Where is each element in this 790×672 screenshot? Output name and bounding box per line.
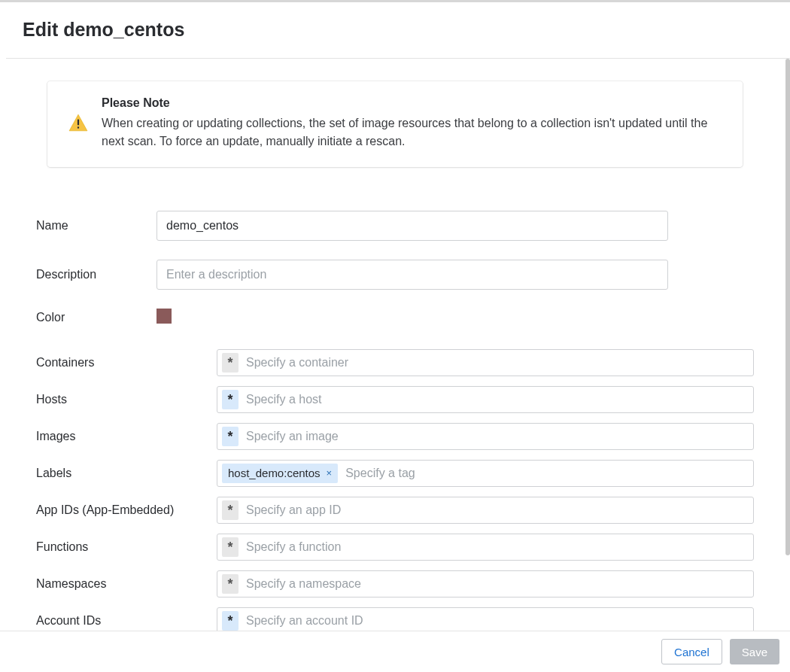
- scrollbar-thumb[interactable]: [785, 59, 790, 555]
- functions-placeholder: Specify a function: [245, 540, 341, 554]
- row-namespaces: Namespaces*Specify a namespace: [36, 570, 754, 598]
- remove-tag-icon[interactable]: ×: [325, 464, 333, 483]
- save-button[interactable]: Save: [730, 639, 779, 664]
- account_ids-wildcard-chip[interactable]: *: [222, 611, 239, 631]
- containers-input[interactable]: *Specify a container: [217, 349, 754, 376]
- containers-wildcard-chip[interactable]: *: [222, 353, 239, 372]
- images-placeholder: Specify an image: [245, 430, 339, 443]
- tag-rows: Containers*Specify a containerHosts*Spec…: [36, 349, 754, 631]
- color-swatch[interactable]: [156, 309, 172, 324]
- footer: Cancel Save: [0, 631, 790, 672]
- svg-rect-2: [77, 126, 79, 128]
- containers-placeholder: Specify a container: [245, 356, 348, 369]
- functions-input[interactable]: *Specify a function: [217, 534, 754, 561]
- namespaces-wildcard-chip[interactable]: *: [222, 574, 239, 594]
- hosts-input[interactable]: *Specify a host: [217, 386, 754, 413]
- description-input[interactable]: [156, 260, 668, 290]
- row-images: Images*Specify an image: [36, 423, 754, 450]
- label-color: Color: [36, 311, 156, 324]
- name-input[interactable]: [156, 211, 668, 241]
- info-note-card: Please Note When creating or updating co…: [47, 81, 743, 167]
- label-labels: Labels: [36, 467, 217, 480]
- account_ids-placeholder: Specify an account ID: [245, 614, 363, 628]
- namespaces-input[interactable]: *Specify a namespace: [217, 570, 754, 598]
- cancel-button[interactable]: Cancel: [661, 639, 722, 664]
- account_ids-input[interactable]: *Specify an account ID: [217, 607, 754, 631]
- note-body: When creating or updating collections, t…: [102, 114, 722, 151]
- images-input[interactable]: *Specify an image: [217, 423, 754, 450]
- row-containers: Containers*Specify a container: [36, 349, 754, 376]
- labels-tag-chip[interactable]: host_demo:centos×: [222, 464, 338, 483]
- functions-wildcard-chip[interactable]: *: [222, 537, 239, 557]
- row-app_ids: App IDs (App-Embedded)*Specify an app ID: [36, 497, 754, 524]
- labels-tag-label: host_demo:centos: [228, 464, 321, 483]
- label-description: Description: [36, 268, 156, 281]
- hosts-placeholder: Specify a host: [245, 393, 322, 406]
- row-account_ids: Account IDs*Specify an account ID: [36, 607, 754, 631]
- page-title: Edit demo_centos: [23, 19, 184, 41]
- edit-collection-modal: Edit demo_centos Please Note When creati…: [0, 0, 790, 672]
- note-title: Please Note: [102, 96, 722, 110]
- namespaces-placeholder: Specify a namespace: [245, 577, 361, 591]
- svg-rect-1: [77, 120, 79, 126]
- label-images: Images: [36, 430, 217, 443]
- hosts-wildcard-chip[interactable]: *: [222, 390, 239, 409]
- label-app_ids: App IDs (App-Embedded): [36, 503, 217, 517]
- label-namespaces: Namespaces: [36, 577, 217, 591]
- app_ids-placeholder: Specify an app ID: [245, 503, 341, 517]
- label-account_ids: Account IDs: [36, 614, 217, 628]
- labels-input[interactable]: host_demo:centos×Specify a tag: [217, 460, 754, 487]
- label-functions: Functions: [36, 540, 217, 554]
- row-description: Description: [36, 260, 754, 290]
- label-name: Name: [36, 219, 156, 233]
- label-containers: Containers: [36, 356, 217, 369]
- labels-placeholder: Specify a tag: [344, 467, 415, 480]
- images-wildcard-chip[interactable]: *: [222, 427, 239, 446]
- warning-icon: [68, 113, 90, 134]
- form-scroll-area: Please Note When creating or updating co…: [6, 59, 784, 631]
- row-hosts: Hosts*Specify a host: [36, 386, 754, 413]
- app_ids-input[interactable]: *Specify an app ID: [217, 497, 754, 524]
- row-color: Color: [36, 309, 754, 327]
- row-functions: Functions*Specify a function: [36, 534, 754, 561]
- app_ids-wildcard-chip[interactable]: *: [222, 500, 239, 520]
- label-hosts: Hosts: [36, 393, 217, 406]
- row-name: Name: [36, 211, 754, 241]
- top-shadow: [0, 0, 790, 2]
- scrollbar-track[interactable]: [785, 59, 790, 631]
- row-labels: Labelshost_demo:centos×Specify a tag: [36, 460, 754, 487]
